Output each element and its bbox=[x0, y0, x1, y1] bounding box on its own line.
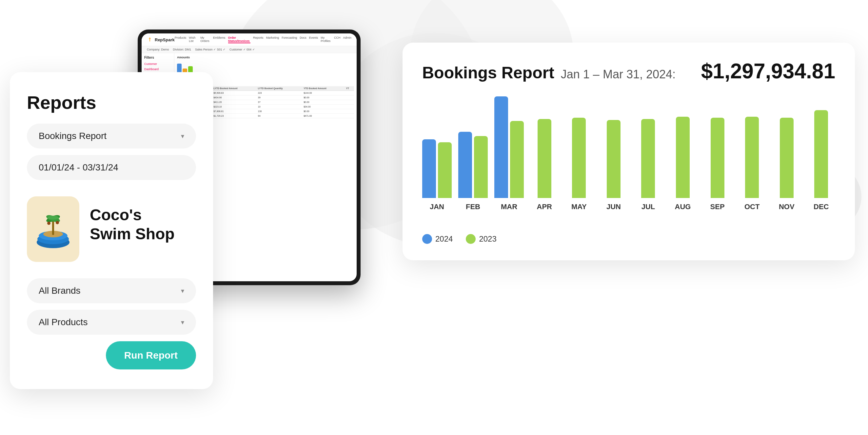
nav-myprofiles[interactable]: My Profiles bbox=[320, 36, 332, 43]
nav-orderstatus[interactable]: Order Status/Invoices bbox=[228, 36, 251, 43]
bar-pair-sep bbox=[704, 118, 732, 198]
legend-label-2024: 2024 bbox=[435, 235, 453, 244]
report-type-dropdown[interactable]: Bookings Report ▾ bbox=[27, 124, 196, 149]
bar-group-may: MAY bbox=[565, 118, 593, 211]
svg-point-8 bbox=[47, 216, 59, 220]
tablet-toolbar: Company: Demo Division: DM1 Sales Person… bbox=[142, 46, 356, 53]
bar-month-label: DEC bbox=[814, 203, 829, 211]
bar-pair-apr bbox=[530, 119, 559, 198]
legend-2024: 2024 bbox=[422, 234, 453, 244]
bar-pair-jan bbox=[422, 139, 452, 198]
date-range-label: 01/01/24 - 03/31/24 bbox=[39, 162, 118, 173]
bar-month-label: AUG bbox=[675, 203, 691, 211]
nav-events[interactable]: Events bbox=[309, 36, 318, 43]
tablet-nav: Products Wish List My Orders Emblems Ord… bbox=[175, 36, 351, 43]
bar-group-sep: SEP bbox=[704, 118, 732, 211]
bar-group-jul: JUL bbox=[634, 119, 662, 211]
bar-group-apr: APR bbox=[530, 119, 559, 211]
nav-wishlist[interactable]: Wish List bbox=[189, 36, 198, 43]
bar-month-label: OCT bbox=[744, 203, 760, 211]
bookings-header: Bookings Report Jan 1 – Mar 31, 2024: $1… bbox=[422, 59, 835, 83]
bar-2023-nov bbox=[780, 118, 794, 198]
bookings-date-range: Jan 1 – Mar 31, 2024: bbox=[561, 67, 676, 81]
reports-title: Reports bbox=[27, 92, 196, 113]
shop-name-line1: Coco's bbox=[90, 206, 175, 224]
bar-2024-jan bbox=[422, 139, 436, 198]
nav-admin[interactable]: Admin bbox=[343, 36, 351, 43]
bar-month-label: SEP bbox=[710, 203, 725, 211]
svg-point-9 bbox=[47, 222, 51, 225]
bar-month-label: JUN bbox=[607, 203, 621, 211]
bar-2024-mar bbox=[494, 96, 508, 198]
bar-2023-sep bbox=[711, 118, 724, 198]
svg-rect-12 bbox=[150, 38, 150, 41]
brands-dropdown[interactable]: All Brands ▾ bbox=[27, 278, 196, 303]
bar-group-jun: JUN bbox=[599, 120, 628, 211]
nav-products[interactable]: Products bbox=[175, 36, 187, 43]
legend-dot-2023 bbox=[466, 234, 476, 244]
report-type-label: Bookings Report bbox=[39, 131, 106, 141]
chart-title: Amounts bbox=[177, 56, 354, 59]
bar-group-jan: JAN bbox=[422, 139, 452, 211]
bar-group-dec: DEC bbox=[807, 110, 836, 211]
nav-marketing[interactable]: Marketing bbox=[266, 36, 279, 43]
tablet-topbar: RepSpark Products Wish List My Orders Em… bbox=[142, 33, 356, 46]
chart-legend: 2024 2023 bbox=[422, 234, 835, 244]
bar-pair-feb bbox=[458, 132, 488, 198]
reports-card: Reports Bookings Report ▾ 01/01/24 - 03/… bbox=[10, 72, 213, 389]
chart-bars-container: JANFEBMARAPRMAYJUNJULAUGSEPOCTNOVDEC bbox=[422, 96, 835, 227]
bar-2023-oct bbox=[745, 117, 759, 198]
col-lytd-booked-qty: LYTD Booked Quantity bbox=[257, 86, 302, 91]
bar-2023-mar bbox=[510, 121, 524, 198]
bar-month-label: MAR bbox=[501, 203, 517, 211]
bar-group-nov: NOV bbox=[773, 118, 801, 211]
bookings-report-card: Bookings Report Jan 1 – Mar 31, 2024: $1… bbox=[403, 42, 855, 260]
legend-2023: 2023 bbox=[466, 234, 496, 244]
toolbar-customer: Customer ✓ 004 ✓ bbox=[229, 48, 255, 51]
col-lytd-booked-amt: LYTD Booked Amount bbox=[212, 86, 257, 91]
bar-pair-nov bbox=[773, 118, 801, 198]
nav-cch[interactable]: CCH bbox=[334, 36, 341, 43]
bar-2023-jul bbox=[641, 119, 655, 198]
products-dropdown[interactable]: All Products ▾ bbox=[27, 310, 196, 335]
toolbar-salesperson: Sales Person ✓ S01 ✓ bbox=[195, 48, 225, 51]
bar-2023-jan bbox=[438, 142, 452, 198]
bookings-bar-chart: JANFEBMARAPRMAYJUNJULAUGSEPOCTNOVDEC 202… bbox=[422, 96, 835, 244]
bar-group-oct: OCT bbox=[738, 117, 766, 211]
bar-pair-jun bbox=[599, 120, 628, 198]
nav-docs[interactable]: Docs bbox=[300, 36, 307, 43]
chevron-down-icon: ▾ bbox=[181, 318, 184, 326]
bookings-report-title: Bookings Report bbox=[422, 63, 554, 82]
bar-group-feb: FEB bbox=[458, 132, 488, 211]
nav-myorders[interactable]: My Orders bbox=[200, 36, 211, 43]
bar-pair-may bbox=[565, 118, 593, 198]
chevron-down-icon: ▾ bbox=[181, 132, 184, 140]
col-yt: YT bbox=[345, 86, 354, 91]
bar-month-label: FEB bbox=[466, 203, 480, 211]
bar-month-label: MAY bbox=[571, 203, 587, 211]
bar-group-aug: AUG bbox=[669, 117, 697, 211]
shop-name: Coco's Swim Shop bbox=[90, 206, 175, 243]
run-report-button[interactable]: Run Report bbox=[106, 341, 196, 369]
nav-forecasting[interactable]: Forecasting bbox=[282, 36, 297, 43]
toolbar-company: Company: Demo bbox=[147, 48, 169, 51]
bar-2023-jun bbox=[607, 120, 621, 198]
bar-2024-feb bbox=[458, 132, 472, 198]
brands-label: All Brands bbox=[39, 285, 81, 296]
bar-2023-apr bbox=[537, 119, 551, 198]
toolbar-division: Division: DM1 bbox=[173, 48, 191, 51]
nav-reports[interactable]: Reports bbox=[253, 36, 264, 43]
products-label: All Products bbox=[39, 317, 88, 328]
chevron-down-icon: ▾ bbox=[181, 287, 184, 295]
nav-emblems[interactable]: Emblems bbox=[213, 36, 225, 43]
bar-month-label: JUL bbox=[642, 203, 655, 211]
filters-label: Filters bbox=[144, 56, 172, 59]
date-range-dropdown[interactable]: 01/01/24 - 03/31/24 bbox=[27, 155, 196, 180]
bar-pair-jul bbox=[634, 119, 662, 198]
legend-dot-2024 bbox=[422, 234, 432, 244]
svg-point-10 bbox=[56, 221, 59, 224]
bar-2023-may bbox=[572, 118, 586, 198]
legend-label-2023: 2023 bbox=[479, 235, 496, 244]
sidebar-customer-dashboard[interactable]: Customer Dashboard bbox=[144, 61, 172, 72]
shop-logo bbox=[27, 196, 79, 262]
